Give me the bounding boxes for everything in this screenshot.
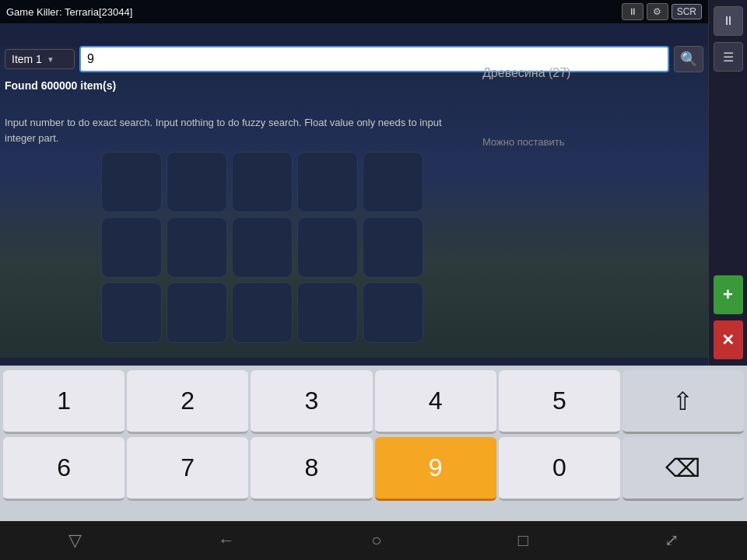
header-title: Game Killer: Terraria[23044] [6, 6, 622, 18]
search-button[interactable]: 🔍 [674, 46, 703, 72]
list-icon-button[interactable]: ☰ [714, 42, 743, 72]
inventory-row-3 [101, 282, 423, 343]
scr-button[interactable]: SCR [672, 4, 702, 19]
inv-slot-2-3[interactable] [232, 217, 293, 278]
dropdown-label: Item 1 [12, 53, 42, 65]
key-8[interactable]: 8 [251, 437, 372, 501]
inv-slot-3-3[interactable] [232, 282, 293, 343]
navigation-bar: ▽ ← ○ □ ⤢ [0, 521, 747, 560]
header-bar: Game Killer: Terraria[23044] ⏸ ⚙ SCR [0, 0, 708, 23]
close-button[interactable]: ✕ [714, 320, 743, 359]
inventory-row-2 [101, 217, 423, 278]
key-backspace[interactable]: ⌫ [622, 437, 744, 501]
add-button[interactable]: + [714, 275, 743, 314]
nav-home-icon[interactable]: ○ [371, 530, 381, 551]
inv-slot-1-1[interactable] [101, 152, 162, 212]
nav-expand-icon[interactable]: ⤢ [665, 530, 679, 551]
settings-button[interactable]: ⚙ [647, 3, 668, 20]
inv-slot-2-1[interactable] [101, 217, 162, 278]
item-type-dropdown[interactable]: Item 1 ▼ [5, 49, 75, 69]
inv-slot-2-5[interactable] [363, 217, 423, 278]
inv-slot-1-5[interactable] [363, 152, 423, 212]
inv-slot-3-1[interactable] [101, 282, 162, 343]
inv-slot-3-4[interactable] [297, 282, 358, 343]
pause-button[interactable]: ⏸ [622, 3, 644, 20]
chevron-down-icon: ▼ [47, 55, 54, 64]
search-row: Item 1 ▼ 🔍 [0, 43, 708, 75]
inv-slot-2-2[interactable] [167, 217, 227, 278]
inv-slot-1-3[interactable] [232, 152, 293, 212]
nav-back-icon[interactable]: ← [218, 530, 235, 551]
right-panel-info: Древесина (27) [482, 66, 570, 80]
inventory-grid [101, 152, 423, 348]
key-0[interactable]: 0 [499, 437, 620, 501]
inv-slot-1-2[interactable] [167, 152, 227, 212]
nav-dropdown-icon[interactable]: ▽ [68, 530, 82, 551]
item-description-russian: Можно поставить [482, 136, 564, 148]
inv-slot-3-5[interactable] [363, 282, 423, 343]
info-text: Input number to do exact search. Input n… [5, 115, 464, 145]
key-1[interactable]: 1 [3, 370, 124, 434]
search-input[interactable] [79, 46, 669, 72]
search-icon: 🔍 [680, 51, 697, 68]
key-3[interactable]: 3 [251, 370, 372, 434]
key-4[interactable]: 4 [375, 370, 496, 434]
inventory-row-1 [101, 152, 423, 212]
keyboard-row-1: 1 2 3 4 5 ⇧ [0, 370, 747, 434]
key-6[interactable]: 6 [3, 437, 124, 501]
key-9[interactable]: 9 [375, 437, 496, 501]
key-shift[interactable]: ⇧ [622, 370, 744, 434]
nav-recents-icon[interactable]: □ [518, 530, 528, 551]
numeric-keyboard: 1 2 3 4 5 ⇧ 6 7 8 9 0 ⌫ [0, 366, 747, 544]
found-results-text: Found 600000 item(s) [5, 79, 116, 92]
inv-slot-1-4[interactable] [297, 152, 358, 212]
inv-slot-2-4[interactable] [297, 217, 358, 278]
key-5[interactable]: 5 [499, 370, 620, 434]
keyboard-row-2: 6 7 8 9 0 ⌫ [0, 437, 747, 501]
key-2[interactable]: 2 [127, 370, 248, 434]
key-7[interactable]: 7 [127, 437, 248, 501]
pause-icon-button[interactable]: ⏸ [714, 6, 743, 36]
inv-slot-3-2[interactable] [167, 282, 227, 343]
right-sidebar: ⏸ ☰ + ✕ [708, 0, 747, 366]
item-name-russian: Древесина (27) [482, 66, 570, 80]
